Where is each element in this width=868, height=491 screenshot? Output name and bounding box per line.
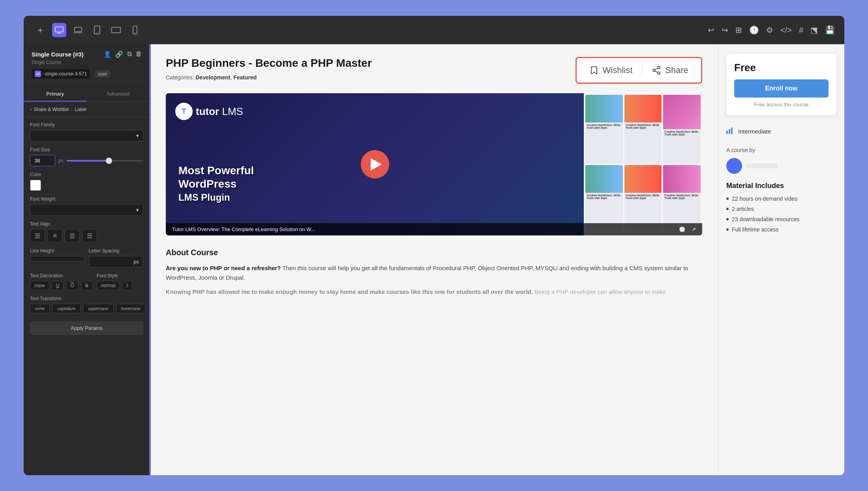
share-button[interactable]: Share [652,65,688,75]
apply-params-button[interactable]: Apply Params [30,321,143,335]
video-container[interactable]: T tutor LMS Most PowerfulWordPressLMS Pl… [166,93,702,235]
font-size-input[interactable] [30,155,55,166]
about-para-2: Knowing PHP has allowed me to make enoug… [166,287,702,297]
edge-indicator [149,44,151,475]
copy-icon[interactable]: ⧉ [127,51,131,58]
decoration-strikethrough-btn[interactable]: S [81,281,93,290]
history-icon[interactable]: 🕐 [749,25,759,35]
letter-spacing-unit: px [133,259,139,265]
category-1[interactable]: Development [195,74,230,81]
level-label: Intermediate [738,128,771,135]
svg-rect-1 [75,27,82,32]
align-justify-btn[interactable]: ☰ [82,229,97,243]
line-height-label: Line Height [30,248,85,254]
save-icon[interactable]: 💾 [825,25,835,35]
text-transform-label: Text Transform [30,296,143,301]
line-height-row: Line Height [30,248,85,267]
about-bold-2: Knowing PHP has allowed me to make enoug… [166,288,533,295]
course-main: PHP Beginners - Become a PHP Master Cate… [150,44,718,475]
text-decoration-label: Text Decoration [30,273,93,278]
decoration-overline-btn[interactable]: O [66,281,78,290]
letter-spacing-input[interactable]: px [89,256,144,267]
svg-point-6 [135,32,135,33]
link-icon[interactable]: 🔗 [115,51,123,58]
chevron-down-icon-2: ▾ [136,207,139,213]
redo-icon[interactable]: ↪ [722,25,728,35]
course-categories: Categories: Development, Featured [166,74,372,81]
text-decoration-row: Text Decoration none U O S [30,273,93,290]
add-icon[interactable]: ＋ [33,23,47,37]
decoration-none-btn[interactable]: none [30,281,49,290]
tab-primary[interactable]: Primary [24,87,87,102]
watch-later-icon[interactable]: 🕐 [679,226,685,232]
code-icon[interactable]: </> [780,26,792,35]
style-italic-btn[interactable]: I [122,281,132,290]
color-swatch[interactable] [30,180,41,191]
state-badge: state [95,70,111,77]
wide-screen-icon[interactable] [109,23,123,37]
content-area: PHP Beginners - Become a PHP Master Cate… [150,44,844,475]
free-access-text: Free access this course [734,102,829,107]
transform-none-btn[interactable]: none [30,304,50,313]
toolbar: ＋ ↩ ↪ ⊞ 🕐 ⚙ </> # ⬔ [24,16,844,44]
breadcrumb-divider: / [71,107,72,112]
svg-rect-12 [731,128,733,134]
svg-rect-11 [729,129,730,134]
transform-lowercase-btn[interactable]: lowercase [116,304,146,313]
price-label: Free [734,62,829,74]
course-title-area: PHP Beginners - Become a PHP Master Cate… [166,57,372,90]
component-title-row: Single Course (#3) 👤 🔗 ⧉ 🗑 [32,51,142,58]
font-style-row: Font Style normal I [97,273,143,290]
laptop-icon[interactable] [71,23,85,37]
settings-icon[interactable]: ⚙ [766,25,773,35]
layout-icon[interactable]: ⊞ [735,25,742,35]
course-by-label: A course by [726,147,836,153]
transform-capitalize-btn[interactable]: capitalize [52,304,81,313]
enroll-button[interactable]: Enroll now [734,79,829,98]
export-icon[interactable]: ⬔ [810,25,818,35]
font-size-row: Font Size px [30,147,143,166]
font-family-select[interactable]: ▾ [30,130,143,141]
text-align-buttons: ☰ ≡ ☰ ☰ [30,229,143,243]
align-right-btn[interactable]: ☰ [65,229,80,243]
category-2[interactable]: Featured [233,74,257,81]
main-area: Single Course (#3) 👤 🔗 ⧉ 🗑 Single Course… [24,44,844,475]
video-bar: Tutor LMS Overview: The Complete eLearni… [166,223,702,235]
tablet-icon[interactable] [90,23,104,37]
align-left-btn[interactable]: ☰ [30,229,45,243]
hash-icon[interactable]: # [799,26,803,35]
wishlist-label: Wishlist [603,65,633,75]
breadcrumb-parent[interactable]: Share & Wishlist [34,107,69,112]
font-style-label: Font Style [97,273,143,278]
share-video-icon[interactable]: ↗ [692,226,696,232]
play-button[interactable] [361,150,389,179]
share-icon [652,66,661,75]
delete-icon[interactable]: 🗑 [135,51,142,58]
tab-advanced[interactable]: Advanced [87,87,150,102]
video-logo-text: tutor LMS [196,105,243,118]
chevron-down-icon: ▾ [136,133,139,139]
desktop-icon[interactable] [52,23,66,37]
line-height-input[interactable] [30,256,85,261]
font-size-label: Font Size [30,147,143,152]
breadcrumb-back-icon[interactable]: ‹ [30,107,32,112]
font-weight-select[interactable]: ▾ [30,204,143,216]
wishlist-button[interactable]: Wishlist [589,65,633,75]
svg-point-8 [653,69,655,71]
undo-icon[interactable]: ↩ [708,25,714,35]
mobile-icon[interactable] [128,23,142,37]
font-size-slider[interactable] [67,160,143,162]
video-actions: 🕐 ↗ [679,226,696,232]
about-bold-1: Are you new to PHP or need a refresher? [166,265,281,271]
font-weight-label: Font Weight [30,196,143,202]
text-align-label: Text Align [30,221,143,227]
style-normal-btn[interactable]: normal [97,281,120,290]
material-item-1: 22 hours on-demand video [726,196,836,202]
decoration-style-row: Text Decoration none U O S Font Style no… [30,273,143,290]
align-center-btn[interactable]: ≡ [47,229,62,243]
color-label: Color [30,172,143,177]
bullet-4 [726,228,729,231]
transform-uppercase-btn[interactable]: uppercase [83,304,113,313]
decoration-underline-btn[interactable]: U [52,281,64,290]
people-icon[interactable]: 👤 [103,51,111,58]
